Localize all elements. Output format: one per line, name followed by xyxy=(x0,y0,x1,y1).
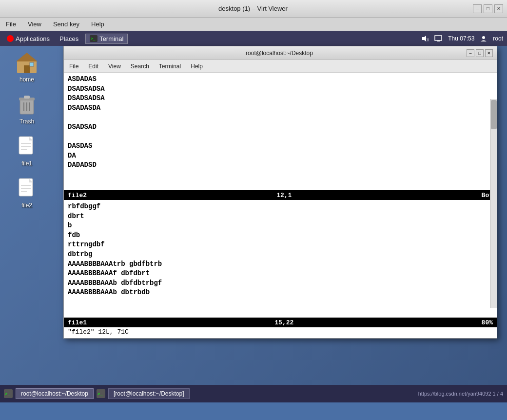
vim-status2-filename: file1 xyxy=(68,319,87,326)
svg-rect-9 xyxy=(24,65,30,73)
desktop-bar-right: )) Thu 07:53 root xyxy=(421,35,503,42)
terminal-title: root@localhost:~/Desktop xyxy=(92,50,467,57)
terminal-window-controls: – □ ✕ xyxy=(467,49,493,57)
desktop-icon-file1[interactable]: file1 xyxy=(10,135,44,167)
term-menu-terminal[interactable]: Terminal xyxy=(156,62,183,71)
trash-label: Trash xyxy=(20,118,34,125)
terminal-menu[interactable]: >_ Terminal xyxy=(85,34,128,44)
file1-icon xyxy=(15,135,39,158)
term-menu-search[interactable]: Search xyxy=(128,62,152,71)
vim-line: DASDAS xyxy=(68,141,487,151)
desktop-icon-trash[interactable]: Trash xyxy=(10,93,44,125)
terminal-icon: >_ xyxy=(90,35,98,42)
file2-label: file2 xyxy=(21,202,32,209)
terminal-content[interactable]: ASDADAS DSADSADSA DSADSADSA DSADASDA DSA… xyxy=(64,73,497,338)
file1-label: file1 xyxy=(21,160,32,167)
virt-viewer-window: desktop (1) – Virt Viewer – □ ✕ File Vie… xyxy=(0,0,507,420)
terminal-window: root@localhost:~/Desktop – □ ✕ File Edit… xyxy=(63,46,497,339)
user-icon xyxy=(480,35,487,42)
title-bar: desktop (1) – Virt Viewer – □ ✕ xyxy=(0,0,507,18)
terminal-maximize-button[interactable]: □ xyxy=(476,49,484,57)
taskbar-terminal-icon2: >_ xyxy=(97,389,105,398)
vim-editor[interactable]: ASDADAS DSADSADSA DSADSADSA DSADASDA DSA… xyxy=(64,73,497,190)
vim-line: dbrt xyxy=(68,212,487,221)
menu-help[interactable]: Help xyxy=(88,20,107,29)
vim-line: DADADSD xyxy=(68,160,487,170)
vim-line: ASDADAS xyxy=(68,75,487,84)
taskbar-url: https://blog.csdn.net/yan94092 1 / 4 xyxy=(418,391,503,397)
vim-cmd-text: "file2" 12L, 71C xyxy=(68,328,129,336)
vim-line: AAAABBBBAAAf dbfdbrt xyxy=(68,269,487,279)
vim-statusbar1: file2 12,1 Bot xyxy=(64,190,497,200)
desktop-top-bar: Applications Places >_ Terminal )) xyxy=(0,31,507,46)
taskbar-left: >_ root@localhost:~/Desktop >_ [root@loc… xyxy=(4,388,190,399)
svg-rect-4 xyxy=(435,36,442,40)
minimize-button[interactable]: – xyxy=(473,4,482,13)
vim-status2-scroll: 80% xyxy=(482,319,493,326)
vim-line: DA xyxy=(68,151,487,161)
vim-line: fdb xyxy=(68,231,487,240)
close-button[interactable]: ✕ xyxy=(494,4,503,13)
window-title: desktop (1) – Virt Viewer xyxy=(33,5,473,12)
terminal-close-button[interactable]: ✕ xyxy=(485,49,493,57)
home-label: home xyxy=(20,76,34,83)
svg-rect-10 xyxy=(30,62,34,66)
vim-line: DSADSADSA xyxy=(68,84,487,94)
term-menu-edit[interactable]: Edit xyxy=(86,62,101,71)
window-controls: – □ ✕ xyxy=(473,4,503,13)
vim-statusbar2: file1 15,22 80% xyxy=(64,318,497,327)
svg-marker-2 xyxy=(422,36,426,41)
home-icon xyxy=(15,51,39,74)
taskbar-item-1[interactable]: root@localhost:~/Desktop xyxy=(16,388,94,399)
desktop-icon-file2[interactable]: file2 xyxy=(10,177,44,209)
maximize-button[interactable]: □ xyxy=(484,4,492,13)
svg-text:)): )) xyxy=(427,38,429,41)
taskbar-item-2-label: [root@localhost:~/Desktop] xyxy=(114,390,184,397)
vim-line: DSADASDA xyxy=(68,103,487,113)
places-menu[interactable]: Places xyxy=(57,34,81,43)
vim-status1-position: 12,1 xyxy=(276,192,292,199)
vim-line: DSADSAD xyxy=(68,122,487,132)
svg-point-6 xyxy=(482,36,485,39)
term-menu-view[interactable]: View xyxy=(106,62,123,71)
svg-text:>_: >_ xyxy=(98,391,103,396)
vim-line: AAAABBBBAAAb dbfdbtrbgf xyxy=(68,279,487,288)
menu-file[interactable]: File xyxy=(3,20,19,29)
desktop-bar-left: Applications Places >_ Terminal xyxy=(4,34,128,44)
sound-icon: )) xyxy=(421,35,429,42)
places-label: Places xyxy=(59,35,78,42)
terminal-minimize-button[interactable]: – xyxy=(467,49,474,57)
terminal-menu-bar: File Edit View Search Terminal Help xyxy=(64,60,497,73)
vim-line: AAAABBBBAAAtrb gbdfbtrb xyxy=(68,260,487,269)
terminal-label: Terminal xyxy=(99,35,123,42)
term-menu-help[interactable]: Help xyxy=(188,62,205,71)
vim-line-empty xyxy=(68,113,487,122)
vim-line: AAAABBBBAAAb dbtrbdb xyxy=(68,288,487,298)
taskbar-terminal-icon1: >_ xyxy=(4,389,13,398)
vim-line: rbfdbggf xyxy=(68,202,487,212)
taskbar-item-2[interactable]: [root@localhost:~/Desktop] xyxy=(108,388,190,399)
vim-line: b xyxy=(68,221,487,231)
applications-label: Applications xyxy=(16,35,50,42)
svg-text:>_: >_ xyxy=(5,391,10,396)
monitor-icon xyxy=(434,35,442,42)
applications-menu[interactable]: Applications xyxy=(4,34,53,43)
vim-scrollbar[interactable] xyxy=(490,99,497,308)
desktop: home Trash xyxy=(0,46,507,402)
taskbar-right: https://blog.csdn.net/yan94092 1 / 4 xyxy=(418,391,503,397)
vim-scrollbar-thumb[interactable] xyxy=(491,100,497,129)
vim-area2: rbfdbggf dbrt b fdb rttrngdbf dbtrbg AAA… xyxy=(64,200,497,318)
svg-rect-13 xyxy=(24,96,30,99)
file2-icon xyxy=(15,177,39,200)
menu-view[interactable]: View xyxy=(25,20,44,29)
svg-rect-5 xyxy=(437,40,440,41)
terminal-title-bar: root@localhost:~/Desktop – □ ✕ xyxy=(64,46,497,60)
term-menu-file[interactable]: File xyxy=(67,62,81,71)
menu-sendkey[interactable]: Send key xyxy=(50,20,82,29)
vim-status2-position: 15,22 xyxy=(274,319,293,326)
trash-icon xyxy=(15,93,39,116)
username: root xyxy=(493,35,503,42)
clock: Thu 07:53 xyxy=(448,35,474,42)
taskbar-item-1-label: root@localhost:~/Desktop xyxy=(21,390,88,397)
desktop-icon-home[interactable]: home xyxy=(10,51,44,83)
